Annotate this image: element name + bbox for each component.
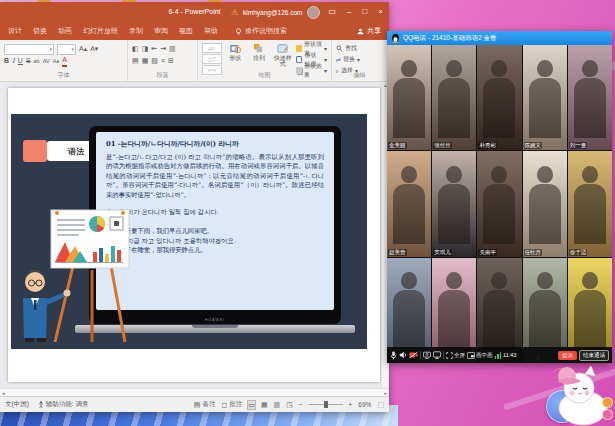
video-tile[interactable]: 刘一曼 [568,45,612,150]
grow-font-icon[interactable]: A▴ [79,44,87,54]
video-grid: 金美丽 张丝丝 朴秀彬 陈婉文 刘一曼 [387,45,612,363]
bullets-icon[interactable]: ◧ [132,44,139,54]
desktop-pet-sticker[interactable] [523,360,615,426]
align-center-icon[interactable]: ▦ [142,56,149,66]
ribbon-tab[interactable]: 帮助 [204,26,218,36]
find-icon [336,45,343,52]
language-indicator[interactable]: 文(中国) [5,400,29,409]
qq-titlebar[interactable]: QQ电话 - 21410-基础韩语2 金香 [387,31,612,45]
bold-icon[interactable]: B [4,56,9,66]
italic-icon[interactable]: I [12,56,15,66]
indent-increase-icon[interactable]: ⇥ [160,44,166,54]
ribbon-tab[interactable]: 设计 [8,26,22,36]
quick-styles-button[interactable]: 快速样式 [272,43,293,71]
font-size-box[interactable]: ▾ [57,44,76,55]
font-color-icon[interactable]: A [62,55,67,67]
participant-silhouette [432,272,476,350]
arrange-button[interactable]: 排列 [249,43,270,71]
alert-button[interactable]: 提示 [558,351,577,360]
ribbon-tab[interactable]: 幻灯片放映 [83,26,118,36]
normal-view-button[interactable]: ▭ [248,401,255,409]
share-button[interactable]: 共享 [357,26,381,36]
video-tile[interactable]: 徐子适 [568,151,612,256]
slideshow-button[interactable]: ◳ [286,401,293,409]
ppt-titlebar[interactable]: 6-4 - PowerPoint ⚠ kimhyang@126.com ▭ – … [0,2,389,22]
video-tile[interactable]: 金美丽 [387,45,431,150]
ribbon-tab[interactable]: 录制 [129,26,143,36]
slide-canvas[interactable]: 语法 01 -는다니까/ㄴ다니까/다니까/(이) 라니까 是“-는다고/ㄴ다고/… [0,82,389,388]
ribbon-tab[interactable]: 视图 [179,26,193,36]
slide[interactable]: 语法 01 -는다니까/ㄴ다니까/다니까/(이) 라니까 是“-는다고/ㄴ다고/… [8,88,380,382]
example-line: 听说今天要下雨，我们早点儿回家吧。 [106,226,324,236]
slide-text-box[interactable]: 01 -는다니까/ㄴ다니까/다니까/(이) 라니까 是“-는다고/ㄴ다고/다고 … [96,132,334,310]
account-email[interactable]: kimhyang@126.com [243,9,302,16]
slide-sorter-view-button[interactable]: ▦ [261,401,268,409]
zoom-out-button[interactable]: − [299,401,303,408]
ribbon-tab[interactable]: 切换 [33,26,47,36]
fullscreen-button[interactable]: 全屏 [446,352,465,359]
video-tile[interactable]: 赵美音 [387,151,431,256]
close-button[interactable]: × [375,2,386,22]
columns-icon[interactable]: ⊞ [168,56,174,66]
edge-widget-icon[interactable] [602,397,613,408]
maximize-button[interactable]: □ [359,2,370,22]
horizontal-scrollbar[interactable]: ◂ ▸ [0,388,389,396]
ribbon-display-options-icon[interactable]: ▭ [325,2,339,22]
numbering-icon[interactable]: ◨ [142,44,149,54]
video-tile[interactable]: 任牡丹 [523,151,567,256]
ribbon-tab[interactable]: 动画 [58,26,72,36]
end-call-button[interactable]: 结束通话 [579,350,609,361]
edge-widget-icon[interactable] [602,409,613,420]
underline-icon[interactable]: U [18,56,23,66]
zoom-in-button[interactable]: + [349,401,353,408]
gallery-row-icon[interactable]: △▽ [202,54,222,64]
text-shadow-icon[interactable]: ab [34,56,40,66]
change-case-icon[interactable]: Aa [53,56,60,66]
line-spacing-icon[interactable]: ▥ [169,44,176,54]
zoom-level[interactable]: 69% [358,401,371,408]
notes-button[interactable]: ▤ 备注 [194,400,216,409]
shapes-button[interactable]: 形状 [225,43,246,71]
find-button[interactable]: 查找 [336,43,383,54]
video-tile[interactable]: 安琪儿 [432,151,476,256]
speaker-button[interactable] [399,351,407,359]
reading-view-button[interactable]: ▥ [274,401,281,409]
ribbon-tab-bar: 设计切换动画幻灯片放映录制审阅视图帮助 操作说明搜索 共享 [0,22,389,40]
powerpoint-window: 6-4 - PowerPoint ⚠ kimhyang@126.com ▭ – … [0,2,389,412]
pip-button[interactable]: 画中画 [467,352,493,359]
tell-me-search[interactable]: 操作说明搜索 [235,26,287,36]
align-right-icon[interactable]: ▧ [151,56,158,66]
comments-button[interactable]: ◻ 批注 [221,400,242,409]
camera-off-button[interactable] [409,351,418,359]
participant-name: 安琪儿 [433,249,452,256]
indent-decrease-icon[interactable]: ⇤ [151,44,157,54]
whiteboard-button[interactable] [433,351,441,359]
font-name-box[interactable]: ▾ [4,44,54,55]
ribbon-tab[interactable]: 审阅 [154,26,168,36]
video-tile[interactable]: 陈婉文 [523,45,567,150]
minimize-button[interactable]: – [344,2,354,22]
strikethrough-icon[interactable]: S [26,56,31,66]
align-left-icon[interactable]: ▤ [132,56,139,66]
justify-icon[interactable]: ≡ [161,56,165,66]
zoom-slider-thumb[interactable] [324,401,328,408]
character-spacing-icon[interactable]: AV [43,56,50,66]
scroll-right-arrow[interactable]: ▸ [384,390,387,396]
microphone-button[interactable] [390,351,397,360]
shape-gallery[interactable]: ▭○ △▽ ⇦⇨ [202,43,222,71]
video-tile[interactable]: 张丝丝 [432,45,476,150]
video-tile[interactable]: 吴南平 [477,151,521,256]
zoom-slider[interactable] [309,404,343,405]
accessibility-checker[interactable]: 辅助功能: 调查 [38,400,89,409]
shrink-font-icon[interactable]: A▾ [90,44,98,54]
participant-silhouette [387,166,431,244]
warning-icon[interactable]: ⚠ [231,8,238,17]
scroll-left-arrow[interactable]: ◂ [2,390,5,396]
account-avatar[interactable] [307,6,320,19]
participant-name: 任牡丹 [524,249,543,256]
replace-button[interactable]: ⇄ 替换▾ [336,54,383,65]
screen-share-button[interactable] [423,351,431,359]
gallery-row-icon[interactable]: ▭○ [202,43,222,53]
video-tile[interactable]: 朴秀彬 [477,45,521,150]
fit-slide-button[interactable]: ⬚ [377,401,384,409]
